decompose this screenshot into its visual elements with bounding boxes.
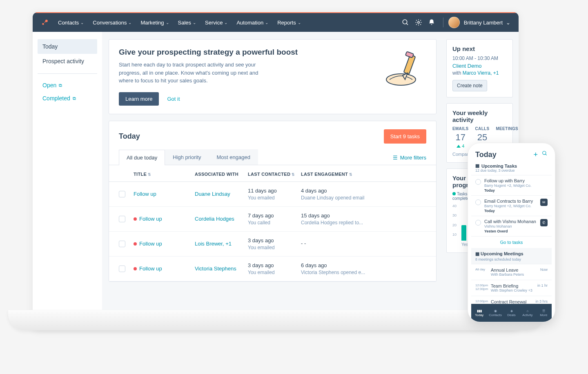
phone-tabbar: ▮▮▮Today ◉Contacts ◈Deals ⌂Activity ☰Mor… xyxy=(471,304,552,322)
associated-link[interactable]: Lois Brewer, +1 xyxy=(195,241,232,247)
top-navbar: Contacts⌄ Conversations⌄ Marketing⌄ Sale… xyxy=(33,12,519,32)
phone-task-item[interactable]: Email Contracts to BarryBarry Nugent +2,… xyxy=(471,195,552,216)
up-next-with: with Marco Vierra, +1 xyxy=(452,70,507,76)
calendar-icon: ▦ xyxy=(475,163,479,168)
user-name: Brittany Lambert xyxy=(464,20,503,26)
nav-sales[interactable]: Sales⌄ xyxy=(178,20,196,26)
associated-link[interactable]: Duane Lindsay xyxy=(195,191,230,197)
meeting-time: All day xyxy=(475,268,491,277)
main-content: Give your prospecting strategy a powerfu… xyxy=(102,32,443,330)
task-checkbox[interactable] xyxy=(475,220,481,226)
row-checkbox[interactable] xyxy=(119,266,125,272)
menu-icon: ☰ xyxy=(542,309,545,313)
filter-icon: ☰ xyxy=(393,155,398,161)
nav-automation[interactable]: Automation⌄ xyxy=(236,20,268,26)
chevron-down-icon: ⌄ xyxy=(166,20,169,25)
laptop-base xyxy=(8,310,543,330)
task-title-link[interactable]: Follow up xyxy=(139,216,162,222)
col-last-engagement[interactable]: LAST ENGAGEMENT⇅ xyxy=(301,172,426,177)
phone-tab-activity[interactable]: ⌂Activity xyxy=(519,304,535,322)
avatar xyxy=(448,17,460,28)
nav-reports[interactable]: Reports⌄ xyxy=(277,20,301,26)
promo-body: Start here each day to track prospect ac… xyxy=(119,61,266,85)
weekly-title: Your weekly activity xyxy=(452,109,507,123)
sidebar-link-open[interactable]: Open⧉ xyxy=(38,79,97,92)
svg-point-0 xyxy=(42,23,44,25)
learn-more-button[interactable]: Learn more xyxy=(119,92,159,106)
sort-icon: ⇅ xyxy=(349,173,352,177)
attendee-link[interactable]: Marco Vierra, +1 xyxy=(463,70,499,76)
svg-point-6 xyxy=(386,74,416,85)
last-contacted-sub: You emailed xyxy=(248,195,301,201)
col-associated-with[interactable]: ASSOCIATED WITH xyxy=(195,172,248,177)
search-icon[interactable] xyxy=(399,16,412,29)
task-checkbox[interactable] xyxy=(475,179,481,185)
svg-rect-7 xyxy=(404,55,416,74)
triangle-up-icon xyxy=(457,145,461,148)
col-title[interactable]: TITLE⇅ xyxy=(134,172,195,177)
bell-icon[interactable] xyxy=(425,16,438,29)
last-contacted-sub: You called xyxy=(248,220,301,226)
phone-tab-deals[interactable]: ◈Deals xyxy=(503,304,519,322)
phone-tab-contacts[interactable]: ◉Contacts xyxy=(487,304,503,322)
last-engagement: 6 days ago xyxy=(301,262,426,268)
gear-icon[interactable] xyxy=(412,16,425,29)
phone-tab-today[interactable]: ▮▮▮Today xyxy=(471,304,487,322)
col-last-contacted[interactable]: LAST CONTACTED⇅ xyxy=(248,172,301,177)
tab-all-due-today[interactable]: All due today xyxy=(119,150,165,165)
plus-icon[interactable]: + xyxy=(533,150,538,159)
up-next-title: Up next xyxy=(452,45,507,52)
table-row[interactable]: Follow up Duane Lindsay 11 days agoYou e… xyxy=(109,182,436,207)
task-checkbox[interactable] xyxy=(475,199,481,205)
task-title-link[interactable]: Follow up xyxy=(139,241,162,247)
tab-high-priority[interactable]: High priority xyxy=(165,149,209,165)
upcoming-meetings-sub: 8 meetings scheduled today xyxy=(471,257,552,264)
calendar-icon: ▦ xyxy=(475,251,479,256)
sidebar-item-prospect-activity[interactable]: Prospect activity xyxy=(38,54,97,69)
got-it-link[interactable]: Got it xyxy=(167,96,180,102)
last-engagement-sub: Victoria Stephens opened e... xyxy=(301,270,426,275)
meeting-badge: Now xyxy=(540,268,548,277)
go-to-tasks-link[interactable]: Go to tasks xyxy=(471,236,552,248)
nav-marketing[interactable]: Marketing⌄ xyxy=(140,20,169,26)
row-checkbox[interactable] xyxy=(119,191,125,197)
sidebar-link-completed[interactable]: Completed⧉ xyxy=(38,92,97,105)
up-next-meeting[interactable]: Client Demo xyxy=(452,63,507,69)
phone-task-item[interactable]: Follow up with BarryBarry Nugent +2, Wid… xyxy=(471,175,552,195)
associated-link[interactable]: Victoria Stephens xyxy=(195,266,236,272)
hubspot-logo-icon[interactable] xyxy=(41,18,49,27)
external-link-icon: ⧉ xyxy=(59,83,62,88)
table-row[interactable]: Follow up Cordelia Hodges 7 days agoYou … xyxy=(109,207,436,232)
table-row[interactable]: Follow up Lois Brewer, +1 3 days agoYou … xyxy=(109,232,436,257)
task-type-icon: ✆ xyxy=(540,219,548,226)
phone-mockup: Today + ▦Upcoming Tasks 12 due today, 3 … xyxy=(468,143,555,322)
row-checkbox[interactable] xyxy=(119,241,125,247)
task-title-link[interactable]: Follow up xyxy=(139,266,162,272)
sort-icon: ⇅ xyxy=(292,173,295,177)
phone-tab-more[interactable]: ☰More xyxy=(536,304,552,322)
table-row[interactable]: Follow up Victoria Stephens 3 days agoYo… xyxy=(109,257,436,281)
phone-meeting-item[interactable]: All day Annual LeaveWith Barbara Peters … xyxy=(471,264,552,280)
sidebar: Today Prospect activity Open⧉ Completed⧉ xyxy=(33,32,102,330)
phone-title: Today xyxy=(475,150,497,159)
search-icon[interactable] xyxy=(542,150,548,159)
user-menu[interactable]: Brittany Lambert ⌄ xyxy=(448,17,510,28)
nav-service[interactable]: Service⌄ xyxy=(205,20,227,26)
table-header: TITLE⇅ ASSOCIATED WITH LAST CONTACTED⇅ L… xyxy=(109,165,436,182)
external-link-icon: ⧉ xyxy=(73,96,76,101)
chevron-down-icon: ⌄ xyxy=(298,20,301,25)
last-engagement: 15 days ago xyxy=(301,212,426,219)
nav-contacts[interactable]: Contacts⌄ xyxy=(58,20,84,26)
create-note-button[interactable]: Create note xyxy=(452,80,487,91)
start-tasks-button[interactable]: Start 9 tasks xyxy=(384,129,426,144)
sidebar-item-today[interactable]: Today xyxy=(38,39,97,54)
more-filters-button[interactable]: ☰ More filters xyxy=(393,155,426,165)
phone-meeting-item[interactable]: 12:00pm 12:30pm Team BriefingWith Stephe… xyxy=(471,280,552,296)
task-title-link[interactable]: Follow up xyxy=(134,191,156,197)
phone-task-item[interactable]: Call with Vishnu MohananVishnu MohananYe… xyxy=(471,216,552,236)
nav-conversations[interactable]: Conversations⌄ xyxy=(93,20,131,26)
upcoming-tasks-sub: 12 due today, 3 overdue xyxy=(471,168,552,175)
tab-most-engaged[interactable]: Most engaged xyxy=(209,149,258,165)
row-checkbox[interactable] xyxy=(119,216,125,222)
associated-link[interactable]: Cordelia Hodges xyxy=(195,216,234,222)
